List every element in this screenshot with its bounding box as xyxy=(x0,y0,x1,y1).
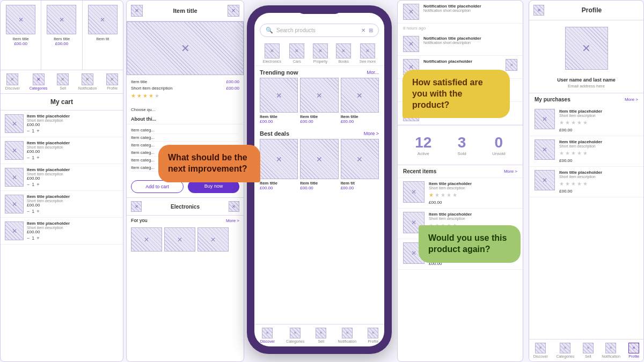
phone-cat-property[interactable]: ✕ Property xyxy=(313,43,328,63)
add-to-cart-button[interactable]: Add to cart xyxy=(131,180,184,193)
recent-img-1: ✕ xyxy=(403,181,425,203)
profile-title: Profile xyxy=(582,6,602,14)
top-strip-item-3: ✕ Item tit xyxy=(83,1,123,70)
nav-notification[interactable]: ✕ Notification xyxy=(78,73,97,90)
electronics-icon-right: ✕ xyxy=(229,201,239,212)
top-items-strip: ✕ Item title £00.00 ✕ Item title £00.00 … xyxy=(1,1,123,70)
nav-discover[interactable]: ✕ Discover xyxy=(5,73,20,90)
phone-nav-categories[interactable]: ✕ Categories xyxy=(286,328,304,343)
phone-cat-electronics[interactable]: ✕ Electronics xyxy=(263,43,281,63)
phone-nav-sell[interactable]: ✕ Sell xyxy=(316,328,326,343)
best-deal-img-2: ✕ xyxy=(300,139,338,179)
clear-search-icon[interactable]: ✕ xyxy=(361,27,365,33)
right-categories-icon: ✕ xyxy=(560,343,570,353)
electronics-cat-icon: ✕ xyxy=(265,43,280,58)
bubble-satisfaction: How satisfied are you with the product? xyxy=(402,70,510,118)
right-nav-sell[interactable]: ✕ Sell xyxy=(583,343,594,358)
phone-cat-books[interactable]: ✕ Books xyxy=(336,43,351,63)
phone-categories-icon: ✕ xyxy=(290,328,301,338)
search-icon: 🔍 xyxy=(266,27,273,34)
phone-categories: ✕ Electronics ✕ Cars ✕ Property ✕ Books … xyxy=(254,41,384,66)
time-label: 8 hours ago xyxy=(398,24,523,33)
cart-item-img-3: ✕ xyxy=(5,168,24,187)
search-input[interactable]: Search products xyxy=(276,27,358,33)
profile-header: ✕ Profile xyxy=(529,1,643,20)
cart-qty-2[interactable]: −1+ xyxy=(27,155,119,160)
profile-header-icon-left: ✕ xyxy=(533,5,544,16)
best-deal-img-1: ✕ xyxy=(260,139,298,179)
item-image-1: ✕ xyxy=(6,5,35,34)
cart-item-4: ✕ Item title placeholder Short item desc… xyxy=(1,191,123,218)
cat-item-2: Item categ... xyxy=(131,134,239,142)
cart-qty-3[interactable]: −1+ xyxy=(27,182,119,187)
item-price-row: Item title £00.00 xyxy=(131,79,239,84)
nav-profile[interactable]: ✕ Profile xyxy=(106,73,118,90)
notif-item-2: ✕ Notification title placeholder Notific… xyxy=(398,33,523,56)
purchases-header: My purchases More > xyxy=(529,93,643,106)
bubble-improvement-text: What should be the next improvement? xyxy=(168,153,247,173)
more-cat-icon: ✕ xyxy=(360,43,375,58)
cat-item-1: Item categ... xyxy=(131,127,239,134)
categories-icon: ✕ xyxy=(33,73,45,85)
buy-now-button[interactable]: Buy now xyxy=(188,180,239,193)
right-nav-discover[interactable]: ✕ Discover xyxy=(533,343,548,358)
nav-categories[interactable]: ✕ Categories xyxy=(30,73,48,90)
right-nav-notification[interactable]: ✕ Notification xyxy=(602,343,620,358)
phone-nav-profile[interactable]: ✕ Profile xyxy=(368,328,378,343)
phone-search-bar[interactable]: 🔍 Search products ✕ ⊞ xyxy=(260,24,379,37)
best-deal-item-1[interactable]: ✕ Item title £00.00 xyxy=(260,139,298,190)
nav-categories-label: Categories xyxy=(30,86,48,90)
cart-item-img-2: ✕ xyxy=(5,141,24,160)
cart-qty-1[interactable]: −1+ xyxy=(27,128,119,134)
top-strip-item-1: ✕ Item title £00.00 xyxy=(1,1,41,70)
best-deals-grid: ✕ Item title £00.00 ✕ Item title £00.00 … xyxy=(254,139,384,194)
bubble-reuse-text: Would you use this product again? xyxy=(428,233,507,254)
phone-cat-cars[interactable]: ✕ Cars xyxy=(289,43,304,63)
notification-panel: ✕ Notification title placeholder Notific… xyxy=(397,0,523,362)
cart-qty-5[interactable]: −1+ xyxy=(27,235,119,241)
bubble-improvement: What should be the next improvement? xyxy=(158,145,260,182)
item-price-2: £00.00 xyxy=(55,41,68,46)
phone-notification-icon: ✕ xyxy=(342,328,353,338)
cart-item-img-5: ✕ xyxy=(5,221,24,240)
item-image-2: ✕ xyxy=(47,5,76,34)
phone-nav-discover[interactable]: ✕ Discover xyxy=(260,328,275,343)
active-count: 12 xyxy=(415,134,431,151)
phone-bottom-nav: ✕ Discover ✕ Categories ✕ Sell ✕ Notific… xyxy=(254,324,384,346)
star-5: ★ xyxy=(155,93,159,99)
header-img-left: ✕ xyxy=(131,5,143,17)
phone-cat-more[interactable]: ✕ See more xyxy=(360,43,376,63)
trending-item-2[interactable]: ✕ Item title £00.00 xyxy=(300,78,338,124)
purchase-img-2: ✕ xyxy=(535,139,555,160)
trending-more[interactable]: Mor... xyxy=(367,70,379,75)
best-deal-item-2[interactable]: ✕ Item title £00.00 xyxy=(300,139,338,190)
trending-title: Trending now xyxy=(260,69,298,76)
mini-item-1: ✕ xyxy=(131,227,162,252)
recent-items-more[interactable]: More > xyxy=(504,169,517,174)
for-you-more[interactable]: More > xyxy=(226,218,239,223)
right-nav-categories[interactable]: ✕ Categories xyxy=(556,343,574,358)
purchase-img-3: ✕ xyxy=(535,170,555,190)
trending-item-1[interactable]: ✕ Item title £00.00 xyxy=(260,78,298,124)
nav-sell[interactable]: ✕ Sell xyxy=(57,73,69,90)
electronics-header: ✕ Electronics ✕ xyxy=(127,197,244,216)
best-deal-item-3[interactable]: ✕ Item tit £00.00 xyxy=(341,139,379,190)
grid-icon[interactable]: ⊞ xyxy=(369,27,373,33)
phone-outer: 🔍 Search products ✕ ⊞ ✕ Electronics ✕ Ca… xyxy=(247,5,392,354)
star-4: ★ xyxy=(149,93,153,99)
nav-sell-label: Sell xyxy=(60,86,66,90)
best-deals-more[interactable]: More > xyxy=(364,131,379,136)
trending-grid: ✕ Item title £00.00 ✕ Item title £00.00 … xyxy=(254,78,384,127)
right-nav-profile[interactable]: ✕ Profile xyxy=(628,343,639,358)
purchases-more[interactable]: More > xyxy=(625,97,638,102)
recent-items-title: Recent items xyxy=(403,168,436,174)
cart-qty-4[interactable]: −1+ xyxy=(27,209,119,214)
sell-icon: ✕ xyxy=(57,73,69,85)
trending-item-3[interactable]: ✕ Item title £00.00 xyxy=(341,78,379,124)
item-detail-price: £00.00 xyxy=(226,79,239,84)
trending-img-3: ✕ xyxy=(341,78,379,113)
phone-nav-notification[interactable]: ✕ Notification xyxy=(338,328,356,343)
mini-item-3: ✕ xyxy=(197,227,229,252)
cart-item-3: ✕ Item title placeholder Short item desc… xyxy=(1,164,123,191)
item-stars: ★ ★ ★ ★ ★ xyxy=(131,93,239,99)
